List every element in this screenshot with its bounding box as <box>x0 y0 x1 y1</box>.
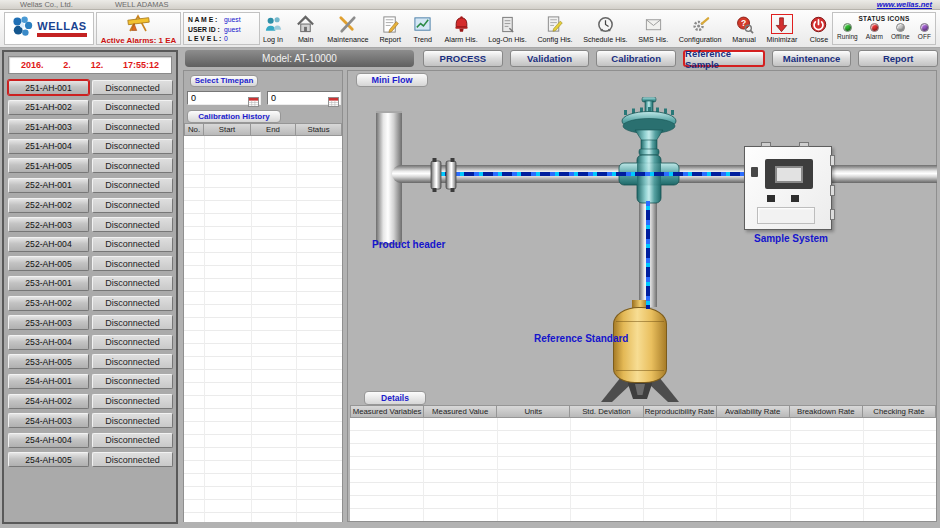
config-doc-icon <box>544 14 566 34</box>
channel-button-252-ah-001[interactable]: 252-AH-001 <box>8 178 89 193</box>
channel-button-251-ah-004[interactable]: 251-AH-004 <box>8 139 89 154</box>
toolbar-button-minimizar[interactable]: Minimizar <box>767 12 798 44</box>
toolbar-button-main[interactable]: Main <box>295 12 317 44</box>
channel-button-254-ah-003[interactable]: 254-AH-003 <box>8 413 89 428</box>
channel-status: Disconnected <box>92 452 173 467</box>
question-icon: ? <box>733 14 755 34</box>
column-header-start: Start <box>204 123 251 136</box>
toolbar-button-config-his[interactable]: Config His. <box>537 12 572 44</box>
mini-flow-tab[interactable]: Mini Flow <box>356 73 428 87</box>
channel-button-253-ah-004[interactable]: 253-AH-004 <box>8 335 89 350</box>
table-column-divider <box>716 418 717 521</box>
toolbar-button-label: Maintenance <box>327 35 368 44</box>
cabinet-display <box>765 159 813 189</box>
nav-button-process[interactable]: PROCESS <box>423 50 503 67</box>
envelope-icon <box>642 14 664 34</box>
status-icons-list: RuningAlarmOfflineOFF <box>833 23 935 40</box>
channel-status: Disconnected <box>92 335 173 350</box>
channel-row: 252-AH-003Disconnected <box>8 217 173 232</box>
table-column-divider <box>251 136 252 522</box>
channel-button-252-ah-005[interactable]: 252-AH-005 <box>8 256 89 271</box>
toolbar-button-trend[interactable]: Trend <box>412 12 434 44</box>
alarm-barrier-icon <box>124 13 154 36</box>
status-label: OFF <box>918 33 931 40</box>
toolbar-button-sms-his[interactable]: SMS His. <box>638 12 668 44</box>
toolbar-button-alarm-his[interactable]: Alarm His. <box>445 12 478 44</box>
active-alarms-panel[interactable]: Active Alarms: 1 EA <box>96 12 181 45</box>
nav-button-validation[interactable]: Validation <box>510 50 590 67</box>
channel-status: Disconnected <box>92 139 173 154</box>
toolbar-button-close[interactable]: Close <box>808 12 830 44</box>
channel-button-253-ah-003[interactable]: 253-AH-003 <box>8 315 89 330</box>
column-header-reproducibility-rate: Reproducibility Rate <box>644 405 717 418</box>
toolbar-button-manual[interactable]: ?Manual <box>732 12 756 44</box>
nav-button-report[interactable]: Report <box>858 50 938 67</box>
logon-doc-icon <box>497 14 519 34</box>
channel-status: Disconnected <box>92 354 173 369</box>
status-label: Runing <box>837 33 858 40</box>
channel-status: Disconnected <box>92 198 173 213</box>
toolbar-button-label: Minimizar <box>767 35 798 44</box>
channel-button-253-ah-001[interactable]: 253-AH-001 <box>8 276 89 291</box>
channel-button-251-ah-002[interactable]: 251-AH-002 <box>8 100 89 115</box>
channel-row: 251-AH-003Disconnected <box>8 119 173 134</box>
channel-row: 254-AH-005Disconnected <box>8 452 173 467</box>
channel-button-252-ah-003[interactable]: 252-AH-003 <box>8 217 89 232</box>
sample-system-cabinet <box>744 146 832 230</box>
select-timepan-button[interactable]: Select Timepan <box>190 75 258 87</box>
calibration-table-header: No.StartEndStatus <box>184 123 342 136</box>
channel-button-252-ah-004[interactable]: 252-AH-004 <box>8 237 89 252</box>
website-link[interactable]: www.wellas.net <box>877 0 932 10</box>
channel-button-254-ah-002[interactable]: 254-AH-002 <box>8 394 89 409</box>
calendar-icon[interactable] <box>248 93 259 103</box>
table-column-divider <box>643 418 644 521</box>
column-header-measured-variables: Measured Variables <box>350 405 424 418</box>
user-info-panel: N A M E :guest USER ID :guest L E V E L … <box>183 12 260 45</box>
nav-button-reference-sample[interactable]: Reference Sample <box>683 50 765 67</box>
toolbar-button-configuration[interactable]: Configuration <box>679 12 722 44</box>
channel-button-254-ah-005[interactable]: 254-AH-005 <box>8 452 89 467</box>
status-icon-off: OFF <box>918 23 931 40</box>
channel-button-254-ah-004[interactable]: 254-AH-004 <box>8 433 89 448</box>
clock-icon <box>594 14 616 34</box>
channel-status: Disconnected <box>92 237 173 252</box>
mini-flow-panel: Mini Flow <box>347 70 937 522</box>
status-icon-offline: Offline <box>891 23 910 40</box>
channel-button-253-ah-005[interactable]: 253-AH-005 <box>8 354 89 369</box>
toolbar-button-maintenance[interactable]: Maintenance <box>327 12 368 44</box>
nav-button-maintenance[interactable]: Maintenance <box>772 50 852 67</box>
reference-standard-tank <box>613 307 667 383</box>
toolbar: WELLAS Active Alarms: 1 EA N A M E :gues… <box>0 10 940 48</box>
channel-sidebar: 2016. 2. 12. 17:55:12 251-AH-001Disconne… <box>2 50 178 524</box>
toolbar-button-label: Config His. <box>537 35 572 44</box>
channel-row: 253-AH-005Disconnected <box>8 354 173 369</box>
report-icon <box>379 14 401 34</box>
status-icons-title: STATUS ICONS <box>833 15 935 22</box>
table-column-divider <box>296 136 297 522</box>
calibration-history-tab[interactable]: Calibration History <box>187 110 281 123</box>
date-time-display: 2016. 2. 12. 17:55:12 <box>8 56 172 74</box>
channel-button-253-ah-002[interactable]: 253-AH-002 <box>8 296 89 311</box>
cabinet-screen <box>775 166 803 183</box>
channel-button-252-ah-002[interactable]: 252-AH-002 <box>8 198 89 213</box>
toolbar-button-report[interactable]: Report <box>379 12 401 44</box>
clock-time: 17:55:12 <box>123 60 159 70</box>
details-tab[interactable]: Details <box>364 391 426 405</box>
channel-button-251-ah-001[interactable]: 251-AH-001 <box>8 80 89 95</box>
channel-row: 251-AH-002Disconnected <box>8 100 173 115</box>
power-icon <box>808 14 830 34</box>
nav-button-calibration[interactable]: Calibration <box>596 50 676 67</box>
login-icon <box>262 14 284 34</box>
channel-button-251-ah-003[interactable]: 251-AH-003 <box>8 119 89 134</box>
toolbar-button-log-on-his[interactable]: Log-On His. <box>488 12 526 44</box>
channel-button-251-ah-005[interactable]: 251-AH-005 <box>8 158 89 173</box>
channel-button-254-ah-001[interactable]: 254-AH-001 <box>8 374 89 389</box>
toolbar-button-schedule-his[interactable]: Schedule His. <box>583 12 627 44</box>
toolbar-button-label: Manual <box>732 35 756 44</box>
calendar-icon[interactable] <box>328 93 339 103</box>
logo-text: WELLAS <box>37 20 86 37</box>
channel-row: 251-AH-005Disconnected <box>8 158 173 173</box>
cabinet-bracket <box>799 142 809 147</box>
date-day: 12. <box>91 60 104 70</box>
toolbar-button-log-in[interactable]: Log In <box>262 12 284 44</box>
